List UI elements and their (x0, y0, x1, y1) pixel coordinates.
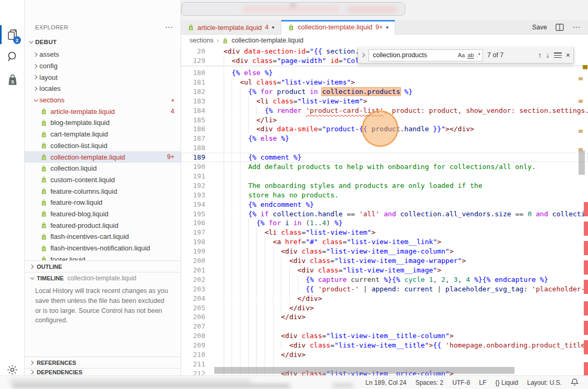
status-item[interactable]: LF (479, 379, 487, 386)
code-line-209[interactable]: 209 <div class="list-view-item__title">{… (181, 341, 588, 350)
code-line-190[interactable]: 190 Add default products to help with on… (181, 162, 588, 172)
folder-locales[interactable]: locales (25, 83, 181, 94)
file-featured-product.liquid[interactable]: Sfeatured-product.liquid (25, 219, 181, 231)
file-feature-columns.liquid[interactable]: Sfeature-columns.liquid (25, 185, 181, 197)
find-in-selection-icon[interactable] (554, 52, 562, 58)
token: The onboarding styles and products are o… (248, 182, 482, 190)
chevron-right-icon (33, 87, 37, 91)
code-line-210[interactable]: 210 </div> (181, 350, 588, 360)
file-custom-content.liquid[interactable]: Scustom-content.liquid (25, 174, 181, 186)
split-editor-icon[interactable] (555, 24, 564, 31)
code-line-192[interactable]: 192 The onboarding styles and products a… (181, 181, 588, 191)
close-find-icon[interactable]: × (566, 51, 570, 59)
breadcrumb-folder[interactable]: sections (190, 37, 214, 44)
status-item[interactable]: UTF-8 (453, 379, 470, 386)
tab-article-template.liquid[interactable]: Sarticle-template.liquid4● (181, 20, 281, 35)
file-featured-blog.liquid[interactable]: Sfeatured-blog.liquid (25, 208, 181, 220)
match-case-icon[interactable]: Aa (458, 52, 465, 58)
workspace-root[interactable]: DEBUT (25, 37, 181, 47)
code-line-180[interactable]: 180 {% else %} (181, 68, 588, 78)
status-item[interactable]: Spaces: 2 (415, 379, 443, 386)
token: = (318, 125, 322, 133)
save-button[interactable]: Save (532, 24, 548, 31)
file-blog-template.liquid[interactable]: Sblog-template.liquid (25, 117, 181, 129)
code-line-197[interactable]: 197 <li class="list-view-item"> (181, 228, 588, 237)
code-line-199[interactable]: 199 <div class="list-view-item__image-co… (181, 247, 588, 256)
find-query-text[interactable]: collection.products (373, 51, 455, 59)
horizontal-scrollbar[interactable] (214, 367, 514, 374)
modified-dot-icon[interactable]: ● (386, 25, 388, 30)
previous-match-icon[interactable]: ↑ (538, 51, 542, 59)
error-marker (584, 362, 588, 376)
token: and (536, 210, 548, 218)
breadcrumb-file[interactable]: collection-template.liquid (232, 37, 303, 44)
token: {% (248, 134, 260, 142)
file-flash-incentives-notification.liquid[interactable]: Sflash-incentives-notification.liquid (25, 243, 181, 254)
code-line-195[interactable]: 195 {% if collection.handle == 'all' and… (181, 209, 588, 219)
shopify-extension-icon[interactable]: S (0, 69, 25, 90)
explorer-icon[interactable]: 2 (0, 24, 25, 45)
file-label: feature-columns.liquid (50, 187, 174, 195)
code-text: {% for product in collection.products %} (215, 87, 413, 97)
code-line-193[interactable]: 193 store has no products. (181, 191, 588, 200)
code-line-207[interactable]: 207 (181, 322, 588, 331)
regex-icon[interactable]: .* (477, 52, 480, 58)
window-title-pill-blurred (181, 2, 405, 16)
code-line-196[interactable]: 196 {% for i in (1..4) %} (181, 218, 588, 228)
token: id (330, 57, 339, 65)
folder-sections[interactable]: sections● (25, 94, 181, 106)
panel-references[interactable]: REFERENCES (25, 356, 181, 368)
notifications-bell-icon[interactable] (571, 378, 579, 386)
token (215, 182, 248, 190)
line-number: 185 (181, 115, 205, 125)
folder-layout[interactable]: layout (25, 71, 181, 83)
code-line-203[interactable]: 203 {{ 'product-' | append: current | pl… (181, 285, 588, 294)
line-number: 200 (181, 256, 205, 266)
file-article-template.liquid[interactable]: Sarticle-template.liquid4 (25, 106, 181, 117)
status-item[interactable]: Layout: U.S. (527, 379, 562, 386)
code-line-202[interactable]: 202 {% capture current %}{% cycle 1, 2, … (181, 275, 588, 285)
panel-timeline[interactable]: TIMELINE collection-template.liquid (25, 272, 181, 283)
panel-dependencies[interactable]: DEPENDENCIES (25, 368, 181, 375)
code-line-182[interactable]: 182 {% for product in collection.product… (181, 87, 588, 97)
folder-assets[interactable]: assets (25, 49, 181, 60)
file-feature-row.liquid[interactable]: Sfeature-row.liquid (25, 197, 181, 208)
vertical-scrollbar[interactable] (579, 151, 585, 175)
code-line-194[interactable]: 194 {% endcomment %} (181, 200, 588, 209)
code-line-181[interactable]: 181 <ul class="list-view-items"> (181, 78, 588, 87)
file-footer.liquid[interactable]: Sfooter.liquid (25, 254, 181, 260)
code-line-191[interactable]: 191 (181, 172, 588, 181)
code-line-183[interactable]: 183 <li class="list-view-item"> (181, 97, 588, 106)
code-line-189[interactable]: 189 {% comment %} (181, 153, 588, 162)
code-line-200[interactable]: 200 <div class="list-view-item__image-wr… (181, 256, 588, 266)
token: "list-view-item__image-column" (326, 247, 449, 255)
token: <div (289, 257, 310, 265)
file-collection-template.liquid[interactable]: Scollection-template.liquid9+ (25, 151, 181, 163)
find-expand-chevron-icon[interactable] (361, 53, 365, 57)
status-item[interactable]: {} Liquid (496, 379, 518, 386)
find-input[interactable]: collection.products Aa ab .* (369, 49, 483, 61)
tab-collection-template.liquid[interactable]: Scollection-template.liquid9+● (281, 20, 395, 35)
code-line-204[interactable]: 204 </div> (181, 294, 588, 303)
status-item[interactable]: Ln 189, Col 24 (365, 379, 406, 386)
modified-dot-icon[interactable]: ● (272, 25, 275, 30)
token: </li> (256, 116, 277, 124)
code-line-208[interactable]: 208 <div class="list-view-item__title-co… (181, 331, 588, 341)
folder-config[interactable]: config (25, 60, 181, 72)
editor-more-actions-icon[interactable]: ⋯ (572, 23, 581, 32)
code-text: <div class="list-view-item__title">{{ 'h… (215, 341, 588, 350)
code-line-198[interactable]: 198 <a href="#" class="list-view-item__l… (181, 237, 588, 247)
file-collection.liquid[interactable]: Scollection.liquid (25, 163, 181, 174)
file-flash-incentives-cart.liquid[interactable]: Sflash-incentives-cart.liquid (25, 231, 181, 243)
token: in (293, 219, 302, 227)
code-line-201[interactable]: 201 <div class="list-view-item__image"> (181, 266, 588, 275)
next-match-icon[interactable]: ↓ (546, 51, 550, 59)
whole-word-icon[interactable]: ab (467, 52, 474, 59)
code-line-206[interactable]: 206 </div> (181, 312, 588, 322)
file-cart-template.liquid[interactable]: Scart-template.liquid (25, 129, 181, 140)
search-icon[interactable] (0, 46, 25, 67)
code-line-205[interactable]: 205 </div> (181, 303, 588, 313)
file-collection-list.liquid[interactable]: Scollection-list.liquid (25, 140, 181, 152)
panel-outline[interactable]: OUTLINE (25, 260, 181, 272)
sidebar-more-actions-icon[interactable]: ⋯ (165, 23, 173, 32)
